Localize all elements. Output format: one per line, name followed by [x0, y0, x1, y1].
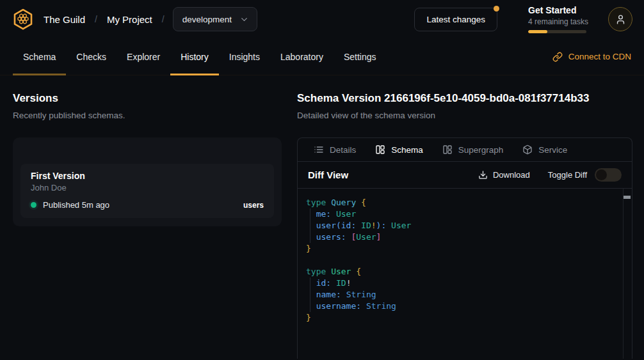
diff-toolbar: Diff View Download Toggle Diff — [298, 162, 632, 189]
breadcrumb: The Guild / My Project / — [44, 14, 165, 25]
nav-tab-label: Laboratory — [280, 52, 323, 62]
code-line — [306, 254, 614, 266]
panels-icon — [442, 145, 453, 155]
indent-guide — [310, 208, 310, 243]
published-status-text: Published 5m ago — [43, 200, 109, 210]
version-author: John Doe — [31, 183, 264, 192]
detail-tab-supergraph[interactable]: Supergraph — [433, 138, 513, 161]
latest-changes-label: Latest changes — [426, 15, 485, 24]
schema-code-viewer[interactable]: type Query { me: User user(id: ID!): Use… — [298, 189, 632, 359]
service-badge: users — [243, 201, 264, 210]
breadcrumb-separator: / — [95, 14, 97, 24]
target-nav: SchemaChecksExplorerHistoryInsightsLabor… — [0, 38, 644, 75]
connect-to-cdn-button[interactable]: Connect to CDN — [552, 38, 631, 75]
detail-tab-label: Schema — [391, 145, 423, 155]
nav-tab-label: Checks — [76, 52, 106, 62]
hive-logo-icon[interactable] — [12, 8, 35, 31]
detail-tab-label: Details — [330, 145, 356, 155]
detail-tab-service[interactable]: Service — [513, 138, 577, 161]
schema-version-panel: DetailsSchemaSupergraphService Diff View… — [297, 137, 632, 359]
detail-tab-label: Service — [538, 145, 567, 155]
nav-tab-label: History — [181, 52, 209, 62]
nav-tab-label: Schema — [23, 52, 56, 62]
scrollbar-thumb[interactable] — [624, 196, 631, 199]
code-line: me: User — [306, 208, 614, 220]
version-detail-tabs: DetailsSchemaSupergraphService — [298, 138, 632, 162]
nav-tab-laboratory[interactable]: Laboratory — [270, 38, 334, 75]
indent-guide — [310, 278, 310, 312]
schema-version-subtitle: Detailed view of the schema version — [297, 110, 632, 121]
published-status-dot — [31, 202, 36, 208]
nav-tab-label: Explorer — [127, 52, 160, 62]
environment-select[interactable]: development — [173, 7, 257, 31]
user-menu-button[interactable] — [608, 7, 632, 31]
toggle-diff-label: Toggle Diff — [548, 170, 587, 180]
box-icon — [522, 145, 533, 155]
code-line: } — [306, 312, 614, 324]
download-button[interactable]: Download — [478, 170, 530, 180]
nav-tab-insights[interactable]: Insights — [219, 38, 270, 75]
get-started-progress-fill — [528, 30, 547, 33]
chevron-down-icon — [239, 15, 249, 24]
nav-tab-settings[interactable]: Settings — [334, 38, 387, 75]
nav-tab-explorer[interactable]: Explorer — [117, 38, 170, 75]
nav-tab-label: Insights — [229, 52, 260, 62]
latest-changes-button[interactable]: Latest changes — [414, 8, 497, 31]
versions-title: Versions — [13, 92, 282, 105]
code-line: name: String — [306, 289, 614, 301]
code-line: user(id: ID!): User — [306, 220, 614, 231]
breadcrumb-project[interactable]: My Project — [107, 14, 152, 25]
download-icon — [478, 170, 488, 180]
connect-to-cdn-label: Connect to CDN — [568, 52, 631, 61]
breadcrumb-separator: / — [162, 14, 165, 24]
nav-tab-underline — [170, 74, 219, 75]
top-bar: The Guild / My Project / development Lat… — [0, 0, 644, 38]
nav-tab-history[interactable]: History — [170, 38, 219, 75]
nav-tab-underline — [13, 74, 66, 75]
diff-view-title: Diff View — [308, 169, 348, 180]
panels-icon — [375, 145, 385, 155]
scrollbar-track — [623, 189, 624, 359]
version-list-item[interactable]: First Version John Doe Published 5m ago … — [20, 164, 274, 218]
code-line: username: String — [306, 301, 614, 312]
toggle-diff-switch[interactable] — [595, 168, 622, 182]
breadcrumb-org[interactable]: The Guild — [44, 14, 85, 25]
nav-tab-schema[interactable]: Schema — [13, 38, 66, 75]
nav-tab-label: Settings — [344, 52, 376, 62]
toggle-diff-knob — [596, 169, 607, 180]
link-icon — [552, 52, 563, 62]
code-line: } — [306, 243, 614, 254]
get-started-progress-bar — [528, 30, 586, 33]
version-name: First Version — [31, 171, 264, 181]
detail-tab-details[interactable]: Details — [304, 138, 366, 161]
get-started-title: Get Started — [528, 5, 589, 15]
code-line: id: ID! — [306, 278, 614, 289]
user-icon — [615, 14, 626, 25]
get-started-widget[interactable]: Get Started 4 remaining tasks — [528, 5, 589, 33]
notification-dot — [494, 6, 499, 12]
list-icon — [314, 145, 324, 155]
code-line: type User { — [306, 266, 614, 278]
detail-tab-schema[interactable]: Schema — [366, 138, 433, 161]
schema-version-title: Schema Version 2166196f-5e10-4059-bd0a-0… — [297, 92, 632, 105]
code-line: type Query { — [306, 197, 614, 208]
versions-list: First Version John Doe Published 5m ago … — [13, 137, 282, 226]
versions-subtitle: Recently published schemas. — [13, 110, 282, 121]
detail-tab-label: Supergraph — [458, 145, 504, 155]
download-label: Download — [493, 170, 530, 180]
code-line: users: [User] — [306, 231, 614, 243]
environment-select-value: development — [182, 15, 232, 24]
get-started-subtitle: 4 remaining tasks — [528, 17, 589, 26]
nav-tab-checks[interactable]: Checks — [66, 38, 117, 75]
